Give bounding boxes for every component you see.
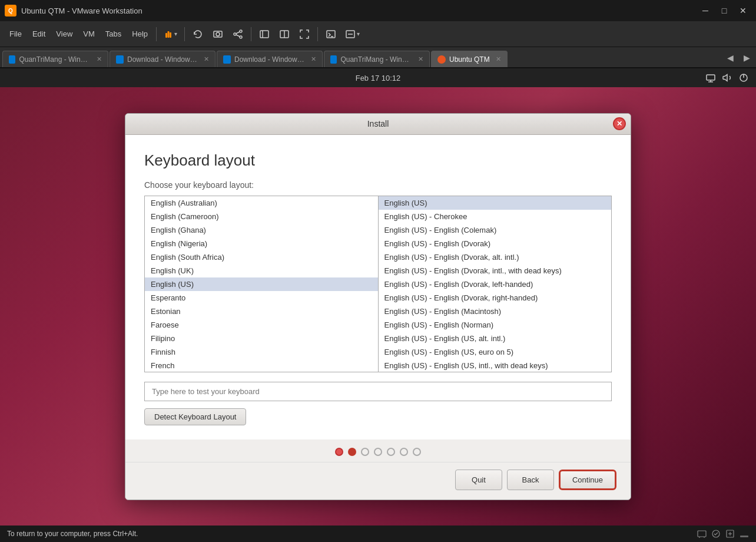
list-item[interactable]: English (US) - English (Dvorak, right-ha… — [379, 291, 612, 305]
svg-point-28 — [712, 530, 719, 537]
install-dialog: Install ✕ Keyboard layout Choose your ke… — [125, 113, 631, 500]
list-item[interactable]: English (South Africa) — [145, 250, 378, 264]
tab-close-2[interactable]: ✕ — [204, 55, 209, 63]
fit-window-btn[interactable] — [275, 25, 294, 44]
fit-guest-btn[interactable] — [255, 25, 274, 44]
variant-list[interactable]: English (US)English (US) - CherokeeEngli… — [378, 196, 612, 372]
minimize-button[interactable]: ─ — [697, 2, 714, 19]
status-bar-bottom: To return to your computer, press Ctrl+A… — [0, 526, 756, 542]
tray-icon-2 — [711, 529, 721, 538]
list-item[interactable]: English (US) - English (Dvorak, left-han… — [379, 277, 612, 291]
toolbar: File Edit View VM Tabs Help ▾ ▾ — [0, 21, 756, 47]
svg-rect-4 — [170, 32, 171, 38]
list-item[interactable]: English (Cameroon) — [145, 210, 378, 223]
progress-dots — [125, 439, 631, 462]
menu-vm[interactable]: VM — [78, 27, 100, 41]
maximize-button[interactable]: □ — [716, 2, 732, 19]
status-icons — [705, 72, 749, 83]
list-item[interactable]: English (US) — [145, 277, 378, 291]
svg-rect-20 — [707, 75, 715, 80]
app-icon: Q — [5, 5, 16, 16]
network-icon — [705, 72, 716, 83]
quit-button[interactable]: Quit — [455, 470, 502, 490]
list-item[interactable]: English (US) - English (Dvorak) — [379, 237, 612, 250]
snapshot-btn[interactable] — [208, 25, 227, 44]
detect-keyboard-button[interactable]: Detect Keyboard Layout — [144, 408, 246, 425]
list-item[interactable]: English (US) - English (Macintosh) — [379, 305, 612, 318]
back-button[interactable]: Back — [507, 470, 554, 490]
menu-help[interactable]: Help — [127, 27, 152, 41]
view-dropdown[interactable]: ▾ — [341, 27, 363, 42]
tab-close-5[interactable]: ✕ — [496, 55, 501, 63]
list-item[interactable]: English (US) - English (US, intl., with … — [379, 359, 612, 372]
svg-line-10 — [236, 32, 240, 34]
dialog-body: Keyboard layout Choose your keyboard lay… — [125, 135, 631, 439]
menu-tabs[interactable]: Tabs — [101, 27, 126, 41]
menu-view[interactable]: View — [51, 27, 77, 41]
svg-text:Q: Q — [8, 8, 13, 14]
tab-quantrimang-win10[interactable]: QuanTriMang - Windows 10 ✕ — [2, 51, 108, 67]
console-btn[interactable] — [321, 25, 340, 44]
continue-button[interactable]: Continue — [559, 470, 616, 490]
tray-icon-4 — [740, 529, 749, 538]
tab-icon-win10 — [9, 55, 15, 64]
main-area: ⊙ Install ✕ Keyboard layout Choose your … — [0, 87, 756, 526]
list-item[interactable]: English (US) - English (Colemak) — [379, 223, 612, 237]
tab-icon-win11 — [116, 55, 124, 64]
list-item[interactable]: English (US) - Cherokee — [379, 210, 612, 223]
share-btn[interactable] — [228, 25, 247, 44]
toolbar-separator2 — [184, 27, 185, 41]
close-button[interactable]: ✕ — [735, 2, 751, 19]
titlebar: Q Ubuntu QTM - VMware Workstation ─ □ ✕ — [0, 0, 756, 21]
list-item[interactable]: Faroese — [145, 318, 378, 332]
progress-dot — [413, 448, 421, 456]
dialog-close-button[interactable]: ✕ — [613, 117, 626, 130]
toolbar-separator3 — [251, 27, 251, 41]
dialog-heading: Keyboard layout — [144, 151, 612, 170]
svg-line-11 — [236, 35, 240, 37]
dialog-footer: Quit Back Continue — [125, 462, 631, 500]
svg-point-8 — [234, 33, 236, 35]
list-item[interactable]: Esperanto — [145, 291, 378, 305]
list-item[interactable]: English (Ghana) — [145, 223, 378, 237]
list-item[interactable]: Filipino — [145, 332, 378, 345]
tab-icon-win11b — [330, 55, 337, 64]
tab-label: Ubuntu QTM — [449, 55, 490, 64]
tab-ubuntu-qtm[interactable]: Ubuntu QTM ✕ — [431, 51, 508, 67]
tab-close-3[interactable]: ✕ — [311, 55, 316, 63]
power-icon — [738, 72, 749, 83]
power-dropdown[interactable]: ▾ — [160, 27, 181, 41]
list-item[interactable]: English (US) - English (Norman) — [379, 318, 612, 332]
dialog-title: Install — [367, 119, 389, 128]
list-item[interactable]: English (US) - English (US, alt. intl.) — [379, 332, 612, 345]
menu-file[interactable]: File — [5, 27, 26, 41]
tab-close-4[interactable]: ✕ — [418, 55, 423, 63]
keyboard-test-input[interactable] — [144, 382, 612, 401]
fullscreen-btn[interactable] — [295, 25, 314, 44]
tab-close-1[interactable]: ✕ — [97, 55, 102, 63]
tabs-scroll-right[interactable]: ▶ — [740, 51, 754, 65]
list-item[interactable]: English (Australian) — [145, 196, 378, 210]
list-item[interactable]: English (UK) — [145, 264, 378, 277]
list-item[interactable]: Estonian — [145, 305, 378, 318]
volume-icon — [722, 72, 732, 83]
list-item[interactable]: French — [145, 359, 378, 372]
svg-rect-12 — [260, 31, 268, 38]
svg-point-6 — [216, 32, 220, 36]
list-item[interactable]: English (US) — [379, 196, 612, 210]
list-item[interactable]: English (US) - English (Dvorak, intl., w… — [379, 264, 612, 277]
tab-download-win11[interactable]: Download - Windows 11 ✕ — [110, 51, 215, 67]
svg-point-7 — [240, 30, 242, 32]
tab-download-win10[interactable]: Download - Windows 10 ✕ — [217, 51, 323, 67]
menu-edit[interactable]: Edit — [28, 27, 50, 41]
toolbar-separator — [156, 27, 157, 41]
window-controls: ─ □ ✕ — [697, 2, 751, 19]
list-item[interactable]: Finnish — [145, 345, 378, 359]
list-item[interactable]: English (Nigeria) — [145, 237, 378, 250]
list-item[interactable]: English (US) - English (Dvorak, alt. int… — [379, 250, 612, 264]
revert-btn[interactable] — [188, 25, 207, 44]
language-list[interactable]: English (Australian)English (Cameroon)En… — [144, 196, 378, 372]
tabs-scroll-left[interactable]: ◀ — [723, 51, 737, 65]
tab-quantrimang-win11[interactable]: QuanTriMang - Windows 11 ✕ — [324, 51, 430, 67]
list-item[interactable]: English (US) - English (US, euro on 5) — [379, 345, 612, 359]
